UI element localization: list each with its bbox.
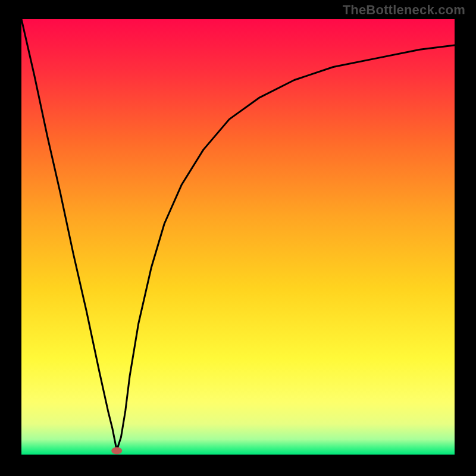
chart-frame: TheBottleneck.com (0, 0, 476, 476)
plot-svg (21, 19, 455, 455)
min-marker (111, 447, 122, 454)
gradient-background (21, 19, 455, 455)
plot-area (21, 19, 455, 455)
watermark-text: TheBottleneck.com (343, 2, 465, 18)
